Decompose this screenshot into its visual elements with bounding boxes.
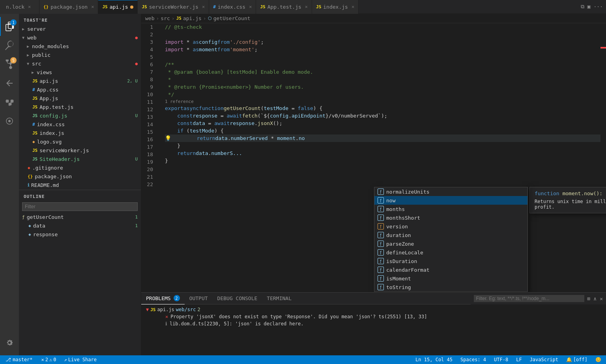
panel-close-icon[interactable]: ✕	[600, 296, 603, 302]
remote-activity-icon[interactable]	[0, 112, 19, 131]
tree-item-api-js[interactable]: JS api.js 2, U	[19, 77, 141, 85]
editor-area: web › src › JS api.js › ⬡ getUserCount 1…	[141, 14, 606, 355]
search-activity-icon[interactable]	[0, 36, 19, 55]
tab-index-js[interactable]: JS index.js ✕	[312, 0, 359, 14]
tree-item--gitignore[interactable]: ◆ .gitignore	[19, 163, 141, 172]
autocomplete-item-normalizeUnits[interactable]: ƒ normalizeUnits	[374, 187, 527, 196]
tree-item-web[interactable]: ▼ web ●	[19, 33, 141, 42]
panel-header: PROBLEMS2OUTPUTDEBUG CONSOLETERMINAL ⊞ ∧…	[141, 293, 606, 304]
line-ending[interactable]: LF	[514, 357, 523, 362]
line-number-20: 20	[141, 166, 157, 173]
tooltip-description: Returns unix time in milliseconds. Overw…	[535, 199, 606, 210]
error-message-0[interactable]: ✕ Property 'jsonX' does not exist on typ…	[144, 313, 603, 320]
tree-item-config-js[interactable]: JS config.js U	[19, 111, 141, 120]
tab-close[interactable]: ✕	[249, 4, 252, 9]
autocomplete-item-isMoment[interactable]: ƒ isMoment	[374, 274, 527, 283]
errors-status[interactable]: ✕ 2 ⚠ 0	[40, 357, 58, 362]
tree-item-views[interactable]: ▶ views	[19, 68, 141, 77]
encoding[interactable]: UTF-8	[492, 357, 510, 362]
outline-item-getUserCount[interactable]: ƒ getUserCount 1	[19, 213, 141, 221]
tree-item-public[interactable]: ▶ public	[19, 50, 141, 59]
tree-item-serviceworker-js[interactable]: JS serviceWorker.js	[19, 146, 141, 155]
tab-close[interactable]: ✕	[28, 4, 31, 9]
autocomplete-item-monthsShort[interactable]: ƒ monthsShort	[374, 213, 527, 222]
tree-item-server[interactable]: ▶ server	[19, 24, 141, 33]
tree-item-app-css[interactable]: # App.css	[19, 85, 141, 94]
breadcrumb-src[interactable]: src	[161, 15, 170, 21]
cursor-position[interactable]: Ln 15, Col 45	[414, 357, 454, 362]
tree-item-logo-svg[interactable]: ◆ logo.svg	[19, 137, 141, 146]
autocomplete-item-isDuration[interactable]: ƒ isDuration	[374, 257, 527, 265]
panel-tab-output[interactable]: OUTPUT	[185, 293, 213, 304]
code-line-14: if (testMode) {	[165, 127, 600, 134]
panel-layout-icon[interactable]: ⊞	[587, 296, 591, 302]
error-file-header[interactable]: ▼ JS api.js web/src 2	[144, 306, 603, 313]
autocomplete-item-calendarFormat[interactable]: ƒ calendarFormat	[374, 265, 527, 274]
source-control-activity-icon[interactable]: 5	[0, 55, 19, 74]
outline-item-data[interactable]: ◈ data 1	[19, 221, 141, 230]
feedback-icon[interactable]: 😊	[594, 357, 603, 362]
autocomplete-item-toString[interactable]: ƒ toString	[374, 283, 527, 291]
file-icon: #	[32, 122, 35, 127]
error-message-1[interactable]: ℹ lib.dom.d.ts[2230, 5]: 'json' is decla…	[144, 320, 603, 327]
tree-item-siteheader-js[interactable]: JS SiteHeader.js U	[19, 155, 141, 163]
autocomplete-item-duration[interactable]: ƒ duration	[374, 231, 527, 239]
tab-index-css[interactable]: # index.css ✕	[209, 0, 256, 14]
git-branch[interactable]: ⎇ master*	[3, 357, 35, 362]
more-actions-icon[interactable]: ···	[594, 4, 603, 10]
tab-close[interactable]: ✕	[91, 4, 94, 9]
code-line-16: }	[165, 142, 600, 149]
tree-item-index-css[interactable]: # index.css	[19, 120, 141, 129]
tab-serviceWorker-js[interactable]: JS serviceWorker.js ✕	[138, 0, 209, 14]
tree-item-src[interactable]: ▼ src ●	[19, 59, 141, 68]
tab-app-test-js[interactable]: JS App.test.js ✕	[256, 0, 312, 14]
tab-yarn-lock[interactable]: n.lock ✕	[0, 0, 39, 14]
indentation[interactable]: Spaces: 4	[459, 357, 488, 362]
extensions-activity-icon[interactable]	[0, 93, 19, 112]
code-editor[interactable]: 12345678910111213141516171819202122 // @…	[141, 23, 600, 292]
panel-filter-input[interactable]	[474, 295, 584, 302]
outline-filter-input[interactable]	[22, 202, 138, 211]
autocomplete-item-now[interactable]: ƒ now	[374, 196, 527, 205]
panel-tab-terminal[interactable]: TERMINAL	[262, 293, 296, 304]
tree-item-index-js[interactable]: JS index.js	[19, 129, 141, 137]
tab-label: index.css	[218, 4, 245, 10]
split-editor-icon[interactable]: ⧉	[581, 4, 584, 10]
tab-close[interactable]: ✕	[202, 4, 205, 9]
debug-activity-icon[interactable]	[0, 74, 19, 93]
tree-label: App.test.js	[39, 104, 73, 110]
autocomplete-dropdown[interactable]: ƒ normalizeUnits ƒ now ƒ months ƒ months…	[374, 187, 528, 292]
tree-item-app-test-js[interactable]: JS App.test.js	[19, 103, 141, 111]
panel-tab-debug-console[interactable]: DEBUG CONSOLE	[213, 293, 262, 304]
status-bar: ⎇ master* ✕ 2 ⚠ 0 ↗ Live Share Ln 15, Co…	[0, 355, 606, 364]
breadcrumb-function[interactable]: ⬡ getUserCount	[208, 15, 251, 21]
language-mode[interactable]: JavaScript	[528, 357, 560, 362]
tab-api-js[interactable]: JS api.js	[98, 0, 138, 14]
autocomplete-item-defineLocale[interactable]: ƒ defineLocale	[374, 248, 527, 257]
layout-icon[interactable]: ▣	[587, 4, 591, 10]
autocomplete-item-parseZone[interactable]: ƒ parseZone	[374, 239, 527, 248]
notifications-status[interactable]: 🔔 [off]	[565, 357, 589, 362]
tree-item-node-modules[interactable]: ▶ node_modules	[19, 42, 141, 50]
panel-tab-problems[interactable]: PROBLEMS2	[141, 293, 185, 304]
bell-icon: 🔔	[566, 357, 572, 362]
autocomplete-item-icon: ƒ	[378, 258, 384, 264]
panel-expand-icon[interactable]: ∧	[593, 296, 597, 302]
breadcrumb-file[interactable]: JS api.js	[176, 15, 202, 21]
autocomplete-item-months[interactable]: ƒ months	[374, 205, 527, 213]
outline-item-response[interactable]: ◈ response	[19, 230, 141, 239]
autocomplete-item-version[interactable]: ƒ version	[374, 222, 527, 231]
settings-activity-icon[interactable]	[0, 333, 19, 352]
lightbulb-icon[interactable]: 💡	[165, 134, 171, 142]
breadcrumb-web[interactable]: web	[145, 15, 154, 21]
tree-item-app-js[interactable]: JS App.js	[19, 94, 141, 103]
live-share-status[interactable]: ↗ Live Share	[63, 357, 98, 362]
explorer-activity-icon[interactable]: 1	[0, 17, 19, 36]
outline-label: response	[33, 231, 58, 237]
tab-close[interactable]: ✕	[305, 4, 308, 9]
tree-item-package-json[interactable]: {} package.json	[19, 172, 141, 181]
tab-package-json[interactable]: {} package.json ✕	[39, 0, 98, 14]
tree-item-readme-md[interactable]: ℹ README.md	[19, 181, 141, 189]
line-number-7: 7	[141, 68, 157, 76]
tab-close[interactable]: ✕	[352, 4, 354, 9]
